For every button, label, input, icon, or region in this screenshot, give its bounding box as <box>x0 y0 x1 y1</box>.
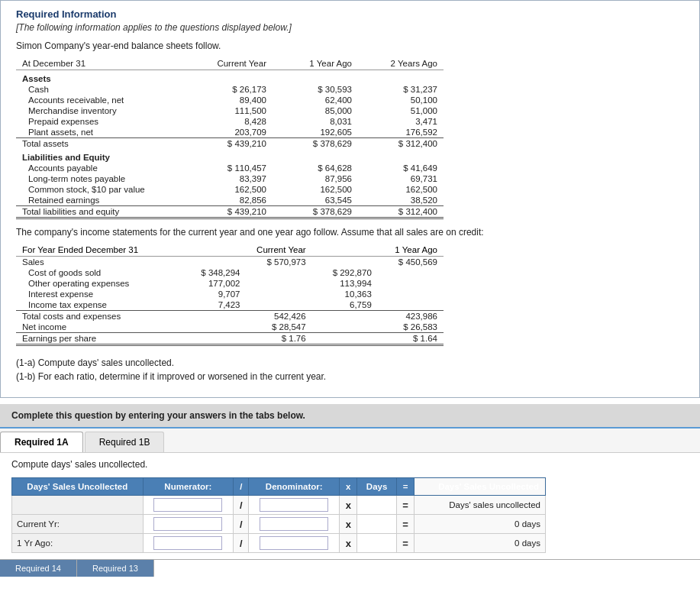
dsu-1yr-days <box>357 534 396 553</box>
dsu-row0-denominator[interactable] <box>260 498 328 512</box>
income-intro: The company's income statements for the … <box>16 227 688 238</box>
bottom-tab-required-13[interactable]: Required 13 <box>77 560 154 577</box>
dsu-days-header: Days <box>357 478 396 496</box>
bottom-tab-required-14[interactable]: Required 14 <box>0 560 77 577</box>
dsu-cur-result: 0 days <box>415 515 546 534</box>
bs-col-2yr: 2 Years Ago <box>358 57 444 70</box>
bs-total-assets-cur: $ 439,210 <box>187 138 273 150</box>
tab-required-1b[interactable]: Required 1B <box>85 432 165 452</box>
bs-ar-label: Accounts receivable, net <box>16 95 187 105</box>
bs-total-assets-label: Total assets <box>16 138 187 150</box>
bottom-tabs: Required 14 Required 13 <box>0 559 700 577</box>
dsu-row0-label <box>12 496 144 515</box>
dsu-1yr-numerator-cell[interactable] <box>143 534 234 553</box>
liabilities-header: Liabilities and Equity <box>16 149 187 163</box>
dsu-current-yr-label: Current Yr: <box>12 515 144 534</box>
dsu-row0-result: Days' sales uncollected <box>415 496 546 515</box>
bs-plant-label: Plant assets, net <box>16 127 187 138</box>
dsu-denominator-header: Denominator: <box>249 478 340 496</box>
compute-title: Compute days' sales uncollected. <box>11 459 689 470</box>
dsu-1yr-numerator-input[interactable] <box>153 536 222 550</box>
dsu-1yr-denominator-cell[interactable] <box>249 534 340 553</box>
dsu-x-header: x <box>340 478 357 496</box>
assets-header: Assets <box>16 70 187 85</box>
tabs-row: Required 1A Required 1B <box>0 429 700 453</box>
questions-section: (1-a) Compute days' sales uncollected. (… <box>16 357 688 382</box>
compute-section: Compute days' sales uncollected. Days' S… <box>0 453 700 559</box>
dsu-cur-slash: / <box>234 515 249 534</box>
dsu-row0-days <box>357 496 396 515</box>
dsu-equals-header: = <box>396 478 415 496</box>
tab-required-1a[interactable]: Required 1A <box>0 432 83 452</box>
dsu-cur-numerator-input[interactable] <box>153 517 222 531</box>
dsu-1yr-result: 0 days <box>415 534 546 553</box>
dsu-row0-numerator[interactable] <box>153 498 222 512</box>
dsu-1yr-slash: / <box>234 534 249 553</box>
dsu-slash-header: / <box>234 478 249 496</box>
dsu-row0-denominator-input-cell[interactable] <box>249 496 340 515</box>
dsu-1yr-equals: = <box>396 534 415 553</box>
dsu-main-header: Days' Sales Uncollected <box>12 478 144 496</box>
income-statement-table: For Year Ended December 31 Current Year … <box>16 244 444 346</box>
dsu-1yr-denominator-input[interactable] <box>260 536 328 550</box>
dsu-row0-equals: = <box>396 496 415 515</box>
balance-sheet-intro: Simon Company's year-end balance sheets … <box>16 40 688 51</box>
question-1b: (1-b) For each ratio, determine if it im… <box>16 371 688 382</box>
dsu-numerator-header: Numerator: <box>143 478 234 496</box>
required-info-title: Required Information <box>16 8 688 20</box>
dsu-row0-numerator-input-cell[interactable] <box>143 496 234 515</box>
dsu-table: Days' Sales Uncollected Numerator: / Den… <box>11 477 546 553</box>
balance-sheet-table: At December 31 Current Year 1 Year Ago 2… <box>16 57 444 219</box>
dsu-cur-denominator-cell[interactable] <box>249 515 340 534</box>
dsu-cur-numerator-cell[interactable] <box>143 515 234 534</box>
bs-cash-cur: $ 26,173 <box>187 84 273 95</box>
bs-prepaid-label: Prepaid expenses <box>16 116 187 127</box>
bs-col-current: Current Year <box>187 57 273 70</box>
dsu-row0-slash: / <box>234 496 249 515</box>
dsu-cur-x: x <box>340 515 357 534</box>
bs-cash-1yr: $ 30,593 <box>273 84 358 95</box>
dsu-1yr-x: x <box>340 534 357 553</box>
applies-text: [The following information applies to th… <box>16 22 688 33</box>
dsu-1yr-label: 1 Yr Ago: <box>12 534 144 553</box>
bs-cash-2yr: $ 31,237 <box>358 84 444 95</box>
dsu-cur-equals: = <box>396 515 415 534</box>
tabs-area: Required 1A Required 1B Compute days' sa… <box>0 427 700 559</box>
bs-cash-label: Cash <box>16 84 187 95</box>
bs-col-1yr: 1 Year Ago <box>273 57 358 70</box>
bs-col-date: At December 31 <box>16 57 187 70</box>
dsu-result-header: Days' Sales Uncollected <box>415 478 546 496</box>
bs-inv-label: Merchandise inventory <box>16 105 187 116</box>
instruction-bar: Complete this question by entering your … <box>0 404 700 427</box>
dsu-cur-denominator-input[interactable] <box>260 517 328 531</box>
question-1a: (1-a) Compute days' sales uncollected. <box>16 357 688 368</box>
dsu-cur-days <box>357 515 396 534</box>
dsu-row0-x: x <box>340 496 357 515</box>
